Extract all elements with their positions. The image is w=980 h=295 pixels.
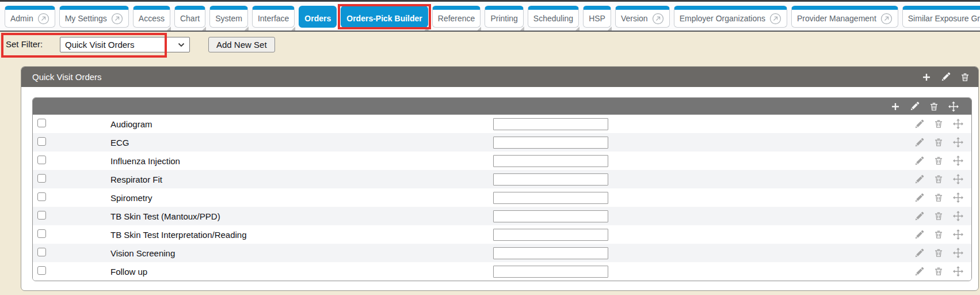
order-item-label: Follow up [110,267,493,277]
row-text-input[interactable] [493,137,608,149]
reorder-row-move-icon[interactable] [953,248,963,258]
order-item-label: TB Skin Test (Mantoux/PPD) [110,211,493,221]
edit-set-pencil-icon[interactable] [941,72,951,82]
row-checkbox[interactable] [37,156,46,164]
row-text-input[interactable] [493,210,608,222]
row-checkbox[interactable] [37,174,46,183]
checkbox-cell [33,248,110,259]
tab-system[interactable]: System [209,6,248,28]
edit-row-pencil-icon[interactable] [914,193,924,203]
edit-row-pencil-icon[interactable] [914,119,924,129]
input-cell [493,118,608,130]
table-row: ECG [33,133,971,152]
tab-provider-management[interactable]: Provider Management [791,6,898,28]
tab-label: Similar Exposure Groups (SEGs) [908,14,980,23]
edit-row-pencil-icon[interactable] [914,211,924,221]
edit-order-pencil-icon[interactable] [910,101,920,111]
tab-scheduling[interactable]: Scheduling [528,6,579,28]
delete-set-trash-icon[interactable] [960,73,970,82]
row-text-input[interactable] [493,155,608,167]
edit-row-pencil-icon[interactable] [914,138,924,148]
delete-row-trash-icon[interactable] [934,119,943,128]
row-text-input[interactable] [493,266,608,278]
set-filter-select[interactable]: Quick Visit Orders [60,37,190,52]
input-cell [493,155,608,167]
row-checkbox[interactable] [37,192,46,201]
panel-body: Audiogram ECG Influenza Injection Respir… [21,87,978,290]
input-cell [493,266,608,278]
reorder-row-move-icon[interactable] [953,174,963,184]
tab-employer-organizations[interactable]: Employer Organizations [674,6,787,28]
table-row: Follow up [33,262,971,281]
tab-version[interactable]: Version [615,6,670,28]
tab-access[interactable]: Access [133,6,170,28]
edit-row-pencil-icon[interactable] [914,175,924,184]
orders-table: Audiogram ECG Influenza Injection Respir… [32,97,972,281]
table-row: TB Skin Test Interpretation/Reading [33,225,971,244]
checkbox-cell [33,156,110,167]
row-text-input[interactable] [493,192,608,204]
dropdown-notch-icon [291,27,295,31]
delete-row-trash-icon[interactable] [934,175,943,184]
open-in-new-window-icon[interactable] [37,13,49,25]
delete-order-trash-icon[interactable] [929,102,939,111]
row-checkbox[interactable] [37,266,46,275]
tab-hsp[interactable]: HSP [583,6,611,28]
delete-row-trash-icon[interactable] [934,267,943,276]
add-set-plus-icon[interactable] [922,73,931,82]
row-text-input[interactable] [493,247,608,259]
table-row: Influenza Injection [33,152,971,170]
tab-admin[interactable]: Admin [5,6,55,28]
open-in-new-window-icon[interactable] [880,13,893,25]
delete-row-trash-icon[interactable] [934,156,943,165]
tab-my-settings[interactable]: My Settings [59,6,129,28]
quick-visit-orders-panel: Quick Visit Orders Audiogram [21,66,979,291]
open-in-new-window-icon[interactable] [652,13,664,25]
tab-printing[interactable]: Printing [485,6,523,28]
delete-row-trash-icon[interactable] [934,230,943,239]
tab-reference[interactable]: Reference [432,6,481,28]
checkbox-cell [33,266,110,277]
tab-chart[interactable]: Chart [174,6,205,28]
row-checkbox[interactable] [37,119,46,127]
row-checkbox[interactable] [37,211,46,220]
reorder-row-move-icon[interactable] [953,266,963,277]
delete-row-trash-icon[interactable] [934,248,943,258]
reorder-row-move-icon[interactable] [953,119,963,129]
reorder-move-icon[interactable] [948,101,959,112]
orders-table-rows: Audiogram ECG Influenza Injection Respir… [33,115,971,281]
row-checkbox[interactable] [37,229,46,238]
delete-row-trash-icon[interactable] [934,211,943,221]
tab-orders-pick-builder[interactable]: Orders-Pick Builder [341,6,428,28]
tab-label: Orders-Pick Builder [346,14,422,23]
open-in-new-window-icon[interactable] [769,13,781,25]
add-order-plus-icon[interactable] [891,102,900,111]
tab-interface[interactable]: Interface [252,6,295,28]
reorder-row-move-icon[interactable] [953,229,963,240]
row-actions [914,156,971,166]
row-checkbox[interactable] [37,248,46,256]
delete-row-trash-icon[interactable] [934,193,943,202]
edit-row-pencil-icon[interactable] [914,156,924,166]
open-in-new-window-icon[interactable] [111,13,123,25]
row-text-input[interactable] [493,118,608,130]
input-cell [493,247,608,259]
set-filter-label: Set Filter: [6,39,43,49]
edit-row-pencil-icon[interactable] [914,267,924,277]
reorder-row-move-icon[interactable] [953,192,963,203]
checkbox-cell [33,137,110,148]
checkbox-cell [33,174,110,185]
tab-similar-exposure-groups-segs[interactable]: Similar Exposure Groups (SEGs) [902,6,980,28]
row-text-input[interactable] [493,229,608,241]
input-cell [493,229,608,241]
edit-row-pencil-icon[interactable] [914,230,924,240]
delete-row-trash-icon[interactable] [934,138,943,147]
reorder-row-move-icon[interactable] [953,137,963,148]
reorder-row-move-icon[interactable] [953,156,963,166]
row-checkbox[interactable] [37,137,46,146]
edit-row-pencil-icon[interactable] [914,248,924,258]
reorder-row-move-icon[interactable] [953,211,963,221]
add-new-set-button[interactable]: Add New Set [208,37,275,52]
tab-orders[interactable]: Orders [299,6,337,28]
row-text-input[interactable] [493,173,608,186]
